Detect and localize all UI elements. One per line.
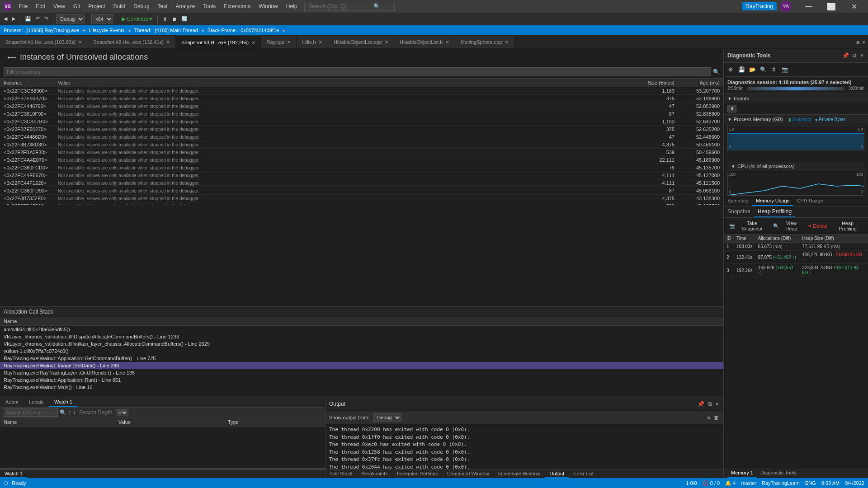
diag-tab-memory1[interactable]: Memory 1 — [727, 468, 757, 478]
menu-help[interactable]: Help — [283, 2, 301, 10]
heap-profiling-button[interactable]: Heap Profiling — [831, 220, 864, 232]
snap-subtab-snapshot[interactable]: Snapshot — [724, 206, 754, 217]
close-tab-icon[interactable]: × — [319, 39, 322, 45]
menu-extensions[interactable]: Extensions — [220, 2, 254, 10]
global-search-box[interactable]: 🔍 — [304, 2, 395, 11]
platform-dropdown[interactable]: x64 — [91, 14, 113, 23]
btab-errorlist[interactable]: Error List — [569, 470, 598, 478]
toolbar-undo[interactable]: ↶ — [34, 15, 42, 23]
toolbar-stop[interactable]: ⏹ — [170, 15, 179, 23]
tab-watch1[interactable]: Watch 1 — [49, 397, 78, 407]
btab-output[interactable]: Output — [545, 470, 569, 478]
btab-immediate[interactable]: Immediate Window — [494, 470, 545, 478]
callstack-item[interactable]: RayTracing.exe!Walnut::Application::GetC… — [0, 355, 723, 362]
tab-close-icon[interactable]: × — [861, 38, 866, 47]
output-clear-icon[interactable]: 🗑 — [713, 414, 720, 421]
tab-snapshot2[interactable]: Snapshot #2 He...exe (132.41s) × — [88, 36, 176, 48]
debug-mode-dropdown[interactable]: Debug — [56, 14, 85, 23]
tab-list-icon[interactable]: ≡ — [855, 38, 860, 47]
timeline-bar[interactable] — [747, 87, 845, 90]
output-float-icon[interactable]: ⧉ — [707, 400, 713, 408]
watch-down-icon[interactable]: ↓ — [73, 409, 75, 416]
toolbar-forward[interactable]: ▶ — [10, 15, 17, 23]
btab-exceptions[interactable]: Exception Settings — [392, 470, 443, 478]
menu-build[interactable]: Build — [110, 2, 129, 10]
view-heap-button[interactable]: 🔍 View Heap — [771, 220, 805, 232]
close-tab-icon[interactable]: × — [166, 39, 170, 45]
close-tab-icon[interactable]: × — [287, 39, 291, 45]
callstack-item[interactable]: VkLayer_khronos_validation.dll!vulkan_la… — [0, 340, 723, 347]
menu-test[interactable]: Test — [154, 2, 171, 10]
diag-float-icon[interactable]: ⧉ — [852, 52, 858, 60]
close-tab-icon[interactable]: × — [446, 39, 449, 45]
events-section-header[interactable]: ▼ Events — [724, 94, 868, 103]
diag-filter-icon[interactable]: ⧮ — [769, 65, 779, 75]
table-row[interactable]: <0x22F2FBA5F30> Not available. Values ar… — [0, 149, 723, 156]
output-pin-icon[interactable]: 📌 — [697, 400, 705, 408]
callstack-item[interactable]: vulkan-1.dll!0x7ffa7c0724c0() — [0, 347, 723, 355]
btab-command[interactable]: Command Window — [443, 470, 494, 478]
continue-button[interactable]: ▶ Continue ▾ — [119, 15, 155, 23]
memory-section-header[interactable]: ▼ Process Memory (GB) ▮ Snapshot ● Priva… — [724, 115, 868, 124]
col-size[interactable]: Size (Bytes) — [633, 79, 678, 87]
snapshot-row[interactable]: 3 192.26s 163,626 (+66,551 ↑) 323,834.73… — [724, 264, 868, 277]
close-tab-icon[interactable]: × — [78, 39, 82, 45]
tab-hittableobjlist-h[interactable]: HittableObjectList.h × — [394, 36, 455, 48]
snap-tab-cpu[interactable]: CPU Usage — [793, 196, 827, 206]
events-pause-button[interactable]: ⏸ — [727, 105, 736, 113]
menu-debug[interactable]: Debug — [130, 2, 153, 10]
tab-movingsphere-cpp[interactable]: MovingSphere.cpp × — [455, 36, 514, 48]
tab-snapshot3[interactable]: Snapshot #3 H...exe (192.26s) × — [176, 36, 261, 48]
filter-instances-input[interactable] — [4, 67, 711, 76]
back-button[interactable]: ⟵ — [7, 54, 16, 61]
table-row[interactable]: <0x22FC3CB07B0> Not available. Values ar… — [0, 118, 723, 126]
callstack-item[interactable]: RayTracing.exe!RayTracingLayer::OnUIRend… — [0, 369, 723, 376]
callstack-item[interactable]: RayTracing.exe!Walnut::Main() - Line 16 — [0, 384, 723, 391]
diag-search-icon[interactable]: 🔍 — [758, 65, 768, 75]
table-row[interactable]: <0x22FC360FD90> Not available. Values ar… — [0, 187, 723, 195]
diag-save-icon[interactable]: 💾 — [736, 65, 746, 75]
diag-tab-tools[interactable]: Diagnostic Tools — [757, 468, 800, 478]
menu-project[interactable]: Project — [85, 2, 108, 10]
toolbar-pause[interactable]: ⏸ — [160, 15, 169, 23]
tab-utils-h[interactable]: Utils.h × — [297, 36, 328, 48]
table-row[interactable]: <0x22FC3610F90> Not available. Values ar… — [0, 110, 723, 118]
table-row[interactable]: <0x22FC4446790> Not available. Values ar… — [0, 103, 723, 110]
toolbar-save[interactable]: 💾 — [23, 15, 33, 23]
watch-search-input[interactable] — [4, 408, 58, 417]
callstack-item[interactable]: VkLayer_khronos_validation.dll!DispatchA… — [0, 333, 723, 340]
table-row[interactable]: <0x22FC44F1220> Not available. Values ar… — [0, 179, 723, 187]
output-source-dropdown[interactable]: Debug — [373, 413, 401, 422]
diag-settings-icon[interactable]: ⚙ — [726, 65, 736, 75]
snapshot-row[interactable]: 2 132.41s 97,075 (+31,402 ↑) 156,220.80 … — [724, 251, 868, 264]
table-row[interactable]: <0x22FC3CB8000> Not available. Values ar… — [0, 87, 723, 95]
minimize-button[interactable]: — — [798, 0, 819, 13]
menu-edit[interactable]: Edit — [32, 2, 49, 10]
global-search-input[interactable] — [308, 3, 372, 9]
col-value[interactable]: Value — [54, 79, 633, 87]
snap-tab-summary[interactable]: Summary — [724, 196, 752, 206]
output-wrap-icon[interactable]: ≡ — [707, 414, 711, 421]
btab-watch[interactable]: Watch 1 — [0, 470, 27, 478]
diag-screenshot-icon[interactable]: 📷 — [780, 65, 790, 75]
table-row[interactable]: <0x22F2FBA5210> Not available. Values ar… — [0, 202, 723, 206]
btab-breakpoints[interactable]: Breakpoints — [357, 470, 392, 478]
tab-hittableobjlist-cpp[interactable]: HittableObjectList.cpp × — [328, 36, 394, 48]
menu-window[interactable]: Window — [255, 2, 282, 10]
col-instance[interactable]: Instance — [0, 79, 54, 87]
table-row[interactable]: <0x22FC360FCD0> Not available. Values ar… — [0, 164, 723, 172]
watch-up-icon[interactable]: ↑ — [68, 409, 71, 416]
toolbar-redo[interactable]: ↷ — [42, 15, 50, 23]
cpu-section-header[interactable]: ▼ CPU (% of all processors) — [727, 162, 864, 171]
instances-table[interactable]: Instance Value Size (Bytes) Age (ms) <0x… — [0, 79, 723, 205]
table-row[interactable]: <0x22FB7E50B70> Not available. Values ar… — [0, 95, 723, 103]
menu-file[interactable]: File — [15, 2, 31, 10]
diag-pin-icon[interactable]: 📌 — [841, 52, 850, 60]
menu-view[interactable]: View — [50, 2, 69, 10]
snap-subtab-heap[interactable]: Heap Profiling — [754, 206, 795, 217]
table-row[interactable]: <0x22FC44466D0> Not available. Values ar… — [0, 133, 723, 141]
col-age[interactable]: Age (ms) — [678, 79, 723, 87]
maximize-button[interactable]: ⬜ — [821, 0, 842, 13]
close-tab-icon[interactable]: × — [251, 39, 255, 46]
menu-analyze[interactable]: Analyze — [172, 2, 199, 10]
